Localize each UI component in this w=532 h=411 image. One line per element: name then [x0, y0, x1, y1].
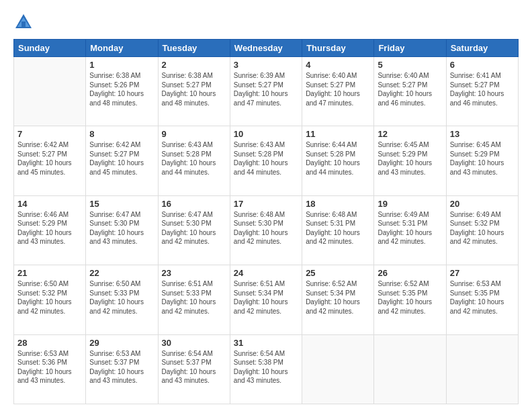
calendar-cell: 21Sunrise: 6:50 AM Sunset: 5:32 PM Dayli…: [14, 265, 86, 334]
weekday-header-monday: Monday: [86, 40, 158, 57]
day-info: Sunrise: 6:50 AM Sunset: 5:32 PM Dayligh…: [17, 279, 82, 316]
calendar-cell: 25Sunrise: 6:52 AM Sunset: 5:34 PM Dayli…: [302, 265, 374, 334]
weekday-header-saturday: Saturday: [446, 40, 518, 57]
day-info: Sunrise: 6:43 AM Sunset: 5:28 PM Dayligh…: [162, 140, 226, 177]
day-info: Sunrise: 6:43 AM Sunset: 5:28 PM Dayligh…: [234, 140, 298, 177]
week-row-4: 21Sunrise: 6:50 AM Sunset: 5:32 PM Dayli…: [14, 265, 519, 334]
calendar-cell: 8Sunrise: 6:42 AM Sunset: 5:27 PM Daylig…: [86, 126, 158, 195]
day-number: 5: [378, 60, 442, 70]
weekday-header-friday: Friday: [374, 40, 446, 57]
day-number: 8: [89, 129, 154, 139]
day-info: Sunrise: 6:54 AM Sunset: 5:37 PM Dayligh…: [162, 349, 226, 385]
week-row-2: 7Sunrise: 6:42 AM Sunset: 5:27 PM Daylig…: [14, 126, 519, 195]
day-number: 31: [234, 338, 298, 348]
calendar-cell: 2Sunrise: 6:38 AM Sunset: 5:27 PM Daylig…: [158, 57, 230, 126]
calendar-cell: 30Sunrise: 6:54 AM Sunset: 5:37 PM Dayli…: [158, 334, 230, 404]
calendar-cell: 13Sunrise: 6:45 AM Sunset: 5:29 PM Dayli…: [446, 126, 518, 195]
day-info: Sunrise: 6:53 AM Sunset: 5:36 PM Dayligh…: [17, 349, 82, 385]
day-number: 9: [162, 129, 226, 139]
day-number: 24: [234, 268, 298, 278]
day-number: 6: [450, 60, 515, 70]
calendar-cell: 6Sunrise: 6:41 AM Sunset: 5:27 PM Daylig…: [446, 57, 518, 126]
day-number: 10: [234, 129, 298, 139]
calendar-cell: 20Sunrise: 6:49 AM Sunset: 5:32 PM Dayli…: [446, 195, 518, 265]
calendar-cell: 29Sunrise: 6:53 AM Sunset: 5:37 PM Dayli…: [86, 334, 158, 404]
calendar-cell: 11Sunrise: 6:44 AM Sunset: 5:28 PM Dayli…: [302, 126, 374, 195]
day-info: Sunrise: 6:51 AM Sunset: 5:33 PM Dayligh…: [162, 279, 226, 316]
day-info: Sunrise: 6:48 AM Sunset: 5:30 PM Dayligh…: [234, 210, 298, 246]
day-number: 11: [306, 129, 370, 139]
calendar-cell: 28Sunrise: 6:53 AM Sunset: 5:36 PM Dayli…: [14, 334, 86, 404]
calendar-cell: 24Sunrise: 6:51 AM Sunset: 5:34 PM Dayli…: [230, 265, 302, 334]
day-info: Sunrise: 6:54 AM Sunset: 5:38 PM Dayligh…: [234, 349, 298, 385]
day-info: Sunrise: 6:44 AM Sunset: 5:28 PM Dayligh…: [306, 140, 370, 177]
svg-rect-2: [21, 21, 26, 28]
calendar-cell: 1Sunrise: 6:38 AM Sunset: 5:26 PM Daylig…: [86, 57, 158, 126]
day-info: Sunrise: 6:50 AM Sunset: 5:33 PM Dayligh…: [89, 279, 154, 316]
day-number: 2: [162, 60, 226, 70]
day-info: Sunrise: 6:45 AM Sunset: 5:29 PM Dayligh…: [378, 140, 442, 177]
day-info: Sunrise: 6:40 AM Sunset: 5:27 PM Dayligh…: [306, 71, 370, 107]
logo-icon: [13, 12, 34, 32]
day-number: 16: [162, 199, 226, 209]
day-info: Sunrise: 6:46 AM Sunset: 5:29 PM Dayligh…: [17, 210, 82, 246]
weekday-header-row: SundayMondayTuesdayWednesdayThursdayFrid…: [14, 40, 519, 57]
week-row-5: 28Sunrise: 6:53 AM Sunset: 5:36 PM Dayli…: [14, 334, 519, 404]
day-number: 19: [378, 199, 442, 209]
day-number: 17: [234, 199, 298, 209]
day-number: 14: [17, 199, 82, 209]
calendar-cell: 17Sunrise: 6:48 AM Sunset: 5:30 PM Dayli…: [230, 195, 302, 265]
day-number: 13: [450, 129, 515, 139]
calendar-cell: 5Sunrise: 6:40 AM Sunset: 5:27 PM Daylig…: [374, 57, 446, 126]
calendar-cell: [374, 334, 446, 404]
day-info: Sunrise: 6:47 AM Sunset: 5:30 PM Dayligh…: [162, 210, 226, 246]
calendar-cell: 14Sunrise: 6:46 AM Sunset: 5:29 PM Dayli…: [14, 195, 86, 265]
day-info: Sunrise: 6:53 AM Sunset: 5:37 PM Dayligh…: [89, 349, 154, 385]
weekday-header-tuesday: Tuesday: [158, 40, 230, 57]
day-info: Sunrise: 6:49 AM Sunset: 5:31 PM Dayligh…: [378, 210, 442, 246]
day-info: Sunrise: 6:38 AM Sunset: 5:26 PM Dayligh…: [89, 71, 154, 107]
day-number: 15: [89, 199, 154, 209]
calendar-cell: 7Sunrise: 6:42 AM Sunset: 5:27 PM Daylig…: [14, 126, 86, 195]
calendar-cell: 19Sunrise: 6:49 AM Sunset: 5:31 PM Dayli…: [374, 195, 446, 265]
logo: [13, 12, 36, 32]
calendar-cell: 31Sunrise: 6:54 AM Sunset: 5:38 PM Dayli…: [230, 334, 302, 404]
day-number: 25: [306, 268, 370, 278]
day-info: Sunrise: 6:42 AM Sunset: 5:27 PM Dayligh…: [89, 140, 154, 177]
day-number: 18: [306, 199, 370, 209]
day-info: Sunrise: 6:38 AM Sunset: 5:27 PM Dayligh…: [162, 71, 226, 107]
calendar-cell: 4Sunrise: 6:40 AM Sunset: 5:27 PM Daylig…: [302, 57, 374, 126]
day-number: 7: [17, 129, 82, 139]
day-info: Sunrise: 6:51 AM Sunset: 5:34 PM Dayligh…: [234, 279, 298, 316]
calendar-cell: [302, 334, 374, 404]
day-number: 21: [17, 268, 82, 278]
page: SundayMondayTuesdayWednesdayThursdayFrid…: [0, 0, 532, 411]
weekday-header-sunday: Sunday: [14, 40, 86, 57]
day-number: 26: [378, 268, 442, 278]
day-info: Sunrise: 6:40 AM Sunset: 5:27 PM Dayligh…: [378, 71, 442, 107]
day-number: 4: [306, 60, 370, 70]
calendar-cell: 26Sunrise: 6:52 AM Sunset: 5:35 PM Dayli…: [374, 265, 446, 334]
calendar-cell: 9Sunrise: 6:43 AM Sunset: 5:28 PM Daylig…: [158, 126, 230, 195]
day-info: Sunrise: 6:41 AM Sunset: 5:27 PM Dayligh…: [450, 71, 515, 107]
day-info: Sunrise: 6:39 AM Sunset: 5:27 PM Dayligh…: [234, 71, 298, 107]
header: [13, 12, 519, 32]
day-info: Sunrise: 6:52 AM Sunset: 5:34 PM Dayligh…: [306, 279, 370, 316]
day-info: Sunrise: 6:53 AM Sunset: 5:35 PM Dayligh…: [450, 279, 515, 316]
day-number: 3: [234, 60, 298, 70]
calendar-cell: [446, 334, 518, 404]
day-number: 27: [450, 268, 515, 278]
day-number: 23: [162, 268, 226, 278]
day-info: Sunrise: 6:45 AM Sunset: 5:29 PM Dayligh…: [450, 140, 515, 177]
day-number: 22: [89, 268, 154, 278]
day-number: 28: [17, 338, 82, 348]
day-info: Sunrise: 6:52 AM Sunset: 5:35 PM Dayligh…: [378, 279, 442, 316]
day-info: Sunrise: 6:42 AM Sunset: 5:27 PM Dayligh…: [17, 140, 82, 177]
calendar-cell: 12Sunrise: 6:45 AM Sunset: 5:29 PM Dayli…: [374, 126, 446, 195]
week-row-1: 1Sunrise: 6:38 AM Sunset: 5:26 PM Daylig…: [14, 57, 519, 126]
day-info: Sunrise: 6:47 AM Sunset: 5:30 PM Dayligh…: [89, 210, 154, 246]
calendar-table: SundayMondayTuesdayWednesdayThursdayFrid…: [13, 39, 519, 404]
day-number: 30: [162, 338, 226, 348]
day-number: 12: [378, 129, 442, 139]
calendar-cell: 27Sunrise: 6:53 AM Sunset: 5:35 PM Dayli…: [446, 265, 518, 334]
